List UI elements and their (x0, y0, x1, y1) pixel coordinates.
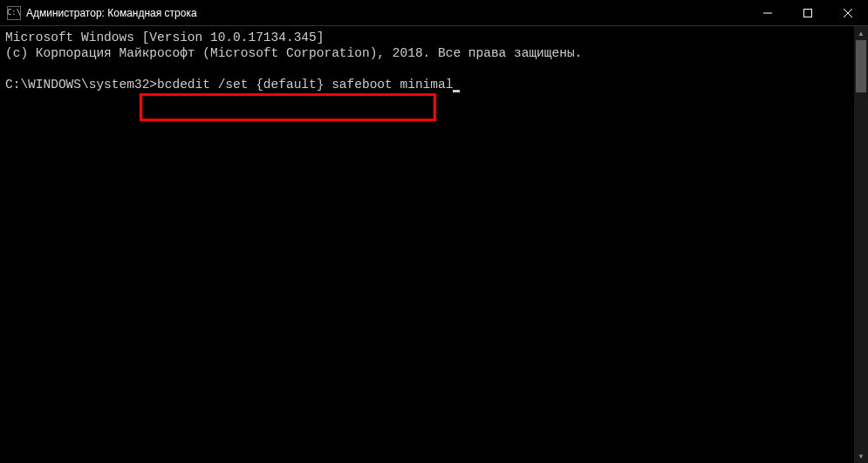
window-controls (748, 0, 868, 25)
scroll-thumb[interactable] (856, 40, 866, 92)
window-title: Администратор: Командная строка (26, 7, 197, 19)
prompt-line: C:\WINDOWS\system32>bcdedit /set {defaul… (5, 77, 460, 92)
title-left: C:\ Администратор: Командная строка (0, 6, 197, 20)
scroll-up-icon[interactable]: ▲ (854, 26, 868, 40)
terminal-output[interactable]: Microsoft Windows [Version 10.0.17134.34… (0, 26, 854, 463)
close-button[interactable] (828, 0, 868, 26)
scroll-down-icon[interactable]: ▼ (854, 449, 868, 463)
cursor-icon (453, 90, 460, 92)
vertical-scrollbar[interactable]: ▲ ▼ (854, 26, 868, 463)
maximize-button[interactable] (788, 0, 828, 26)
output-line: (c) Корпорация Майкрософт (Microsoft Cor… (5, 46, 582, 60)
cmd-icon: C:\ (7, 6, 21, 20)
content-area: Microsoft Windows [Version 10.0.17134.34… (0, 26, 868, 463)
output-line: Microsoft Windows [Version 10.0.17134.34… (5, 31, 324, 44)
scroll-track[interactable] (854, 40, 868, 449)
minimize-button[interactable] (748, 0, 788, 26)
command-prompt-window: C:\ Администратор: Командная строка Micr… (0, 0, 868, 463)
titlebar[interactable]: C:\ Администратор: Командная строка (0, 0, 868, 26)
svg-rect-1 (804, 10, 812, 17)
command-input[interactable]: bcdedit /set {default} safeboot minimal (157, 78, 453, 92)
prompt: C:\WINDOWS\system32> (5, 78, 157, 92)
